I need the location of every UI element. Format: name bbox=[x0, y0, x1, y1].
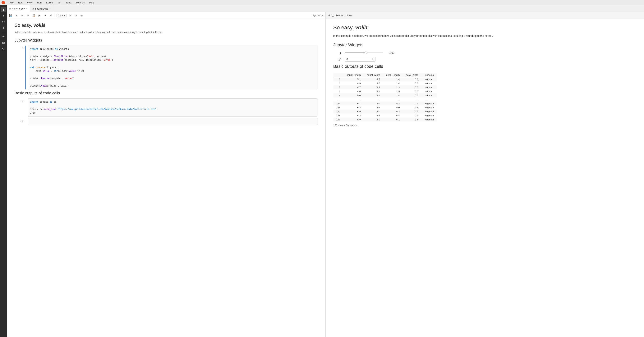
table-cell: 1.8 bbox=[403, 118, 422, 122]
th-petal-length: petal_length bbox=[383, 73, 403, 77]
table-cell: 2.5 bbox=[364, 105, 383, 109]
table-cell: 5.1 bbox=[383, 118, 403, 122]
stop-button[interactable]: ■ bbox=[43, 13, 48, 18]
tab-icon-1: ▣ bbox=[9, 7, 11, 9]
menu-run[interactable]: Run bbox=[36, 1, 42, 4]
x-label: x bbox=[333, 51, 341, 54]
voila-content: So easy, voilà! In this example notebook… bbox=[326, 19, 644, 132]
menu-help[interactable]: Help bbox=[88, 1, 95, 4]
cell-2: [ ]: import pandas as pd iris = pd.read_… bbox=[14, 98, 318, 117]
table-cell: 3.0 bbox=[364, 81, 383, 85]
voila-refresh-button[interactable]: ↺ bbox=[328, 14, 330, 17]
menu-kernel[interactable]: Kernel bbox=[46, 1, 54, 4]
svg-point-1 bbox=[3, 21, 3, 22]
x2-input[interactable]: 0 ▲ ▼ bbox=[345, 57, 376, 62]
cell-3-body[interactable] bbox=[28, 118, 318, 125]
toolbar-right: Python 3 bbox=[312, 14, 324, 17]
table-cell: 145 bbox=[333, 101, 344, 105]
cell-3: [ ]: bbox=[14, 118, 318, 125]
table-cell: 146 bbox=[333, 105, 344, 109]
render-on-save-checkbox[interactable] bbox=[332, 14, 334, 17]
sidebar-icon-palette[interactable] bbox=[1, 19, 6, 24]
table-cell: 1.3 bbox=[383, 85, 403, 89]
sidebar-icon-circle[interactable]: ● bbox=[1, 13, 6, 18]
paste-button[interactable]: 📋 bbox=[32, 13, 36, 18]
tab-close-2[interactable]: ✕ bbox=[49, 7, 51, 10]
tab-label-2: basics.ipynb bbox=[35, 7, 48, 10]
menu-file[interactable]: File bbox=[9, 1, 14, 4]
cell-2-body[interactable]: import pandas as pd iris = pd.read_csv('… bbox=[28, 98, 318, 117]
add-cell-button[interactable]: ＋ bbox=[14, 13, 19, 18]
tabs-bar: ▣ basics.ipynb ✕ ▣ basics.ipynb ✕ bbox=[7, 5, 644, 12]
text-widget-row: x2 0 ▲ ▼ bbox=[333, 57, 636, 62]
sidebar-icon-lines[interactable] bbox=[1, 34, 6, 39]
cell-type-chevron: ▾ bbox=[64, 14, 65, 17]
tab-icon-2: ▣ bbox=[32, 8, 34, 10]
table-cell: 1 bbox=[333, 81, 344, 85]
sidebar-icon-folder[interactable] bbox=[1, 40, 6, 45]
table-cell: 3.0 bbox=[364, 118, 383, 122]
table-cell: 4.9 bbox=[344, 81, 364, 85]
cell-type-select[interactable]: Code ▾ bbox=[56, 13, 67, 17]
table-cell: 0.2 bbox=[403, 93, 422, 97]
save-button[interactable]: 💾 bbox=[8, 13, 13, 18]
menu-edit[interactable]: Edit bbox=[18, 1, 23, 4]
copy-button[interactable]: ⧉ bbox=[26, 13, 30, 18]
cell-1: [ ]: import ipywidgets as widgets slider… bbox=[14, 45, 318, 89]
table-cell: 5.2 bbox=[383, 109, 403, 114]
notebook-code-section: Basic outputs of code cells bbox=[14, 91, 318, 95]
menu-tabs[interactable]: Tabs bbox=[65, 1, 72, 4]
svg-point-7 bbox=[2, 48, 4, 49]
x-slider[interactable] bbox=[345, 52, 383, 53]
cell-2-prompt: [ ]: bbox=[20, 100, 25, 102]
table-cell: 3.5 bbox=[364, 77, 383, 82]
number-arrows[interactable]: ▲ ▼ bbox=[372, 58, 374, 61]
run-button[interactable]: ▶ bbox=[37, 13, 42, 18]
table-cell: 3.2 bbox=[364, 85, 383, 89]
sidebar-icon-wrench[interactable] bbox=[1, 25, 6, 31]
table-row: 1486.23.45.42.3virginica bbox=[333, 114, 437, 118]
slider-thumb[interactable] bbox=[364, 51, 367, 54]
svg-line-8 bbox=[4, 49, 4, 50]
table-cell: 5.0 bbox=[383, 105, 403, 109]
menu-git[interactable]: Git bbox=[57, 1, 62, 4]
cell-1-bar bbox=[25, 45, 26, 89]
cell-1-body[interactable]: import ipywidgets as widgets slider = wi… bbox=[28, 45, 318, 89]
table-cell: 149 bbox=[333, 118, 344, 122]
target-button[interactable]: ⊙ bbox=[74, 13, 78, 18]
cut-button[interactable]: ✂ bbox=[20, 13, 24, 18]
table-row: 1495.93.05.11.8virginica bbox=[333, 118, 437, 122]
sidebar: ◆ ● bbox=[0, 5, 7, 337]
table-cell: 0.2 bbox=[403, 85, 422, 89]
table-cell: setosa bbox=[422, 85, 437, 89]
menu-settings[interactable]: Settings bbox=[75, 1, 86, 4]
table-cell: 3.0 bbox=[364, 101, 383, 105]
bracket-button[interactable]: [V] bbox=[68, 13, 72, 18]
tab-basics-2[interactable]: ▣ basics.ipynb ✕ bbox=[30, 5, 53, 12]
th-species: species bbox=[422, 73, 437, 77]
table-cell: 5.2 bbox=[383, 101, 403, 105]
arrow-down[interactable]: ▼ bbox=[372, 59, 374, 61]
notebook-widgets-section: Jupyter Widgets bbox=[14, 38, 318, 42]
voila-widgets-section: Jupyter Widgets bbox=[333, 42, 636, 47]
table-cell: 2.3 bbox=[403, 101, 422, 105]
notebook-pane: 💾 ＋ ✂ ⧉ 📋 ▶ ■ ↺ Code ▾ [V] bbox=[7, 12, 326, 337]
x2-label: x2 bbox=[333, 58, 341, 61]
table-row: 1476.53.05.22.0virginica bbox=[333, 109, 437, 114]
table-cell: 5.9 bbox=[344, 118, 364, 122]
table-cell: 1.4 bbox=[383, 77, 403, 82]
th-idx bbox=[333, 73, 344, 77]
table-row: 05.13.51.40.2setosa bbox=[333, 77, 437, 82]
table-row: 14.93.01.40.2setosa bbox=[333, 81, 437, 85]
restart-button[interactable]: ↺ bbox=[49, 13, 53, 18]
table-cell: virginica bbox=[422, 118, 437, 122]
tab-basics-1[interactable]: ▣ basics.ipynb ✕ bbox=[7, 5, 30, 12]
menu-view[interactable]: View bbox=[26, 1, 33, 4]
table-cell: 3.6 bbox=[364, 93, 383, 97]
sidebar-icon-search[interactable] bbox=[1, 46, 6, 51]
table-cell: 148 bbox=[333, 114, 344, 118]
git-button[interactable]: git bbox=[79, 13, 84, 18]
tab-label-1: basics.ipynb bbox=[12, 7, 25, 10]
sidebar-icon-diamond[interactable]: ◆ bbox=[1, 7, 6, 12]
tab-close-1[interactable]: ✕ bbox=[26, 7, 28, 10]
